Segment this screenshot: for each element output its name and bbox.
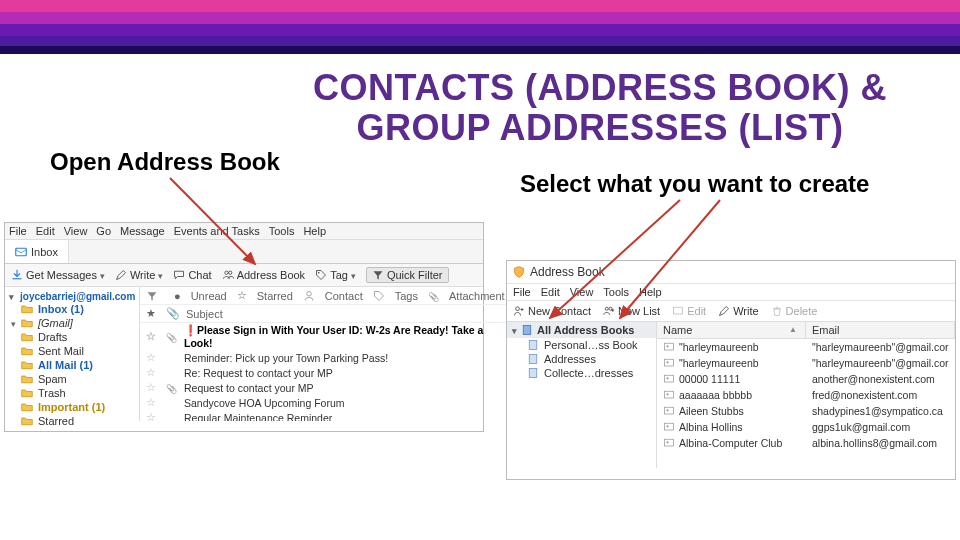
attach-cell bbox=[166, 331, 176, 343]
message-row[interactable]: Sandycove HOA Upcoming Forum bbox=[140, 395, 511, 410]
menu-events[interactable]: Events and Tasks bbox=[174, 225, 260, 237]
filter-tags[interactable]: Tags bbox=[395, 290, 418, 302]
folder-item[interactable]: Trash bbox=[9, 386, 135, 400]
message-row[interactable]: Reminder: Pick up your Town Parking Pass… bbox=[140, 350, 511, 365]
tag-label: Tag bbox=[330, 269, 348, 281]
paperclip-icon bbox=[166, 331, 177, 343]
svg-rect-12 bbox=[529, 355, 537, 364]
svg-rect-9 bbox=[674, 307, 683, 314]
inbox-icon bbox=[15, 246, 27, 258]
new-list-button[interactable]: New List bbox=[603, 305, 660, 317]
address-book-item[interactable]: Collecte…dresses bbox=[507, 366, 656, 380]
menu-go[interactable]: Go bbox=[96, 225, 111, 237]
menu-file[interactable]: File bbox=[9, 225, 27, 237]
decorative-stripes bbox=[0, 0, 960, 55]
account-row[interactable]: joycebarriej@gmail.com bbox=[9, 290, 135, 302]
chevron-down-icon bbox=[351, 269, 356, 281]
ab-menu-file[interactable]: File bbox=[513, 286, 531, 298]
message-row[interactable]: Regular Maintenance Reminder bbox=[140, 410, 511, 421]
folder-item[interactable]: [Gmail] bbox=[9, 316, 135, 330]
menu-help[interactable]: Help bbox=[303, 225, 326, 237]
ab-menu-view[interactable]: View bbox=[570, 286, 594, 298]
svg-point-25 bbox=[666, 425, 668, 427]
tag-button[interactable]: Tag bbox=[315, 269, 356, 281]
contact-row[interactable]: Aileen Stubbsshadypines1@sympatico.ca bbox=[657, 403, 955, 419]
new-contact-button[interactable]: New Contact bbox=[513, 305, 591, 317]
pencil-icon bbox=[115, 269, 127, 281]
funnel-icon bbox=[146, 290, 158, 302]
col-email[interactable]: Email bbox=[806, 322, 955, 338]
message-list[interactable]: ❗Please Sign in With Your User ID: W-2s … bbox=[140, 323, 511, 421]
filter-unread[interactable]: Unread bbox=[191, 290, 227, 302]
star-icon[interactable] bbox=[146, 366, 158, 379]
svg-rect-24 bbox=[665, 423, 674, 430]
contact-row[interactable]: "harleymaureenb"harleymaureenb"@gmail.co… bbox=[657, 339, 955, 355]
chat-button[interactable]: Chat bbox=[173, 269, 211, 281]
get-messages-button[interactable]: Get Messages bbox=[11, 269, 105, 281]
filter-attachment[interactable]: Attachment bbox=[449, 290, 505, 302]
sidebar-header[interactable]: All Address Books bbox=[507, 322, 656, 338]
ab-menu-help[interactable]: Help bbox=[639, 286, 662, 298]
svg-rect-11 bbox=[529, 341, 537, 350]
contact-row[interactable]: "harleymaureenb"harleymaureenb"@gmail.co… bbox=[657, 355, 955, 371]
contact-row[interactable]: Albina Hollinsggps1uk@gmail.com bbox=[657, 419, 955, 435]
ab-menu-edit[interactable]: Edit bbox=[541, 286, 560, 298]
star-icon[interactable] bbox=[146, 411, 158, 421]
tab-inbox[interactable]: Inbox bbox=[5, 240, 69, 263]
card-icon bbox=[663, 437, 675, 449]
svg-point-1 bbox=[224, 271, 227, 274]
funnel-icon bbox=[372, 269, 384, 281]
message-row[interactable]: ❗Please Sign in With Your User ID: W-2s … bbox=[140, 323, 511, 350]
filter-contact[interactable]: Contact bbox=[325, 290, 363, 302]
edit-button[interactable]: Edit bbox=[672, 305, 706, 317]
ab-menu-tools[interactable]: Tools bbox=[603, 286, 629, 298]
folder-item[interactable]: Inbox (1) bbox=[9, 302, 135, 316]
menu-message[interactable]: Message bbox=[120, 225, 165, 237]
book-icon bbox=[527, 339, 539, 351]
svg-point-6 bbox=[516, 307, 520, 311]
chevron-down-icon bbox=[158, 269, 163, 281]
folder-item[interactable]: Sent Mail bbox=[9, 344, 135, 358]
ab-toolbar: New Contact New List Edit Write Delete bbox=[507, 301, 955, 322]
star-icon[interactable] bbox=[146, 381, 158, 394]
folder-item[interactable]: Spam bbox=[9, 372, 135, 386]
star-icon[interactable] bbox=[146, 351, 158, 364]
folder-icon bbox=[21, 373, 33, 385]
address-book-item[interactable]: Personal…ss Book bbox=[507, 338, 656, 352]
message-subject: ❗Please Sign in With Your User ID: W-2s … bbox=[184, 324, 505, 349]
tag-icon bbox=[373, 290, 385, 302]
write-button[interactable]: Write bbox=[115, 269, 163, 281]
folder-icon bbox=[21, 401, 33, 413]
folder-item[interactable]: Starred bbox=[9, 414, 135, 428]
folder-item[interactable]: Important (1) bbox=[9, 400, 135, 414]
folder-item[interactable]: Drafts bbox=[9, 330, 135, 344]
folder-item[interactable]: All Mail (1) bbox=[9, 358, 135, 372]
message-row[interactable]: Request to contact your MP bbox=[140, 380, 511, 395]
paperclip-icon bbox=[166, 382, 177, 394]
message-subject: Regular Maintenance Reminder bbox=[184, 412, 332, 422]
star-icon[interactable] bbox=[146, 330, 158, 343]
menu-tools[interactable]: Tools bbox=[269, 225, 295, 237]
address-book-button[interactable]: Address Book bbox=[222, 269, 305, 281]
address-book-item[interactable]: Addresses bbox=[507, 352, 656, 366]
shield-icon bbox=[513, 266, 525, 278]
delete-button[interactable]: Delete bbox=[771, 305, 818, 317]
contact-row[interactable]: aaaaaaa bbbbbfred@nonexistent.com bbox=[657, 387, 955, 403]
slide-title: CONTACTS (ADDRESS BOOK) & GROUP ADDRESSE… bbox=[250, 68, 950, 147]
star-icon[interactable] bbox=[146, 396, 158, 409]
contact-row[interactable]: 00000 11111another@nonexistent.com bbox=[657, 371, 955, 387]
contacts-table: Name Email "harleymaureenb"harleymaureen… bbox=[657, 322, 955, 468]
message-row[interactable]: Re: Request to contact your MP bbox=[140, 365, 511, 380]
menu-edit[interactable]: Edit bbox=[36, 225, 55, 237]
contact-row[interactable]: Albina-Computer Clubalbina.hollins8@gmai… bbox=[657, 435, 955, 451]
new-contact-label: New Contact bbox=[528, 305, 591, 317]
ab-write-button[interactable]: Write bbox=[718, 305, 758, 317]
quick-filter-button[interactable]: Quick Filter bbox=[366, 267, 449, 283]
filter-starred[interactable]: Starred bbox=[257, 290, 293, 302]
subject-column[interactable]: Subject bbox=[186, 308, 223, 320]
book-icon bbox=[521, 324, 533, 336]
col-name[interactable]: Name bbox=[657, 322, 806, 338]
menu-view[interactable]: View bbox=[64, 225, 88, 237]
message-subject: Request to contact your MP bbox=[184, 382, 314, 394]
tab-bar: Inbox bbox=[5, 240, 483, 264]
